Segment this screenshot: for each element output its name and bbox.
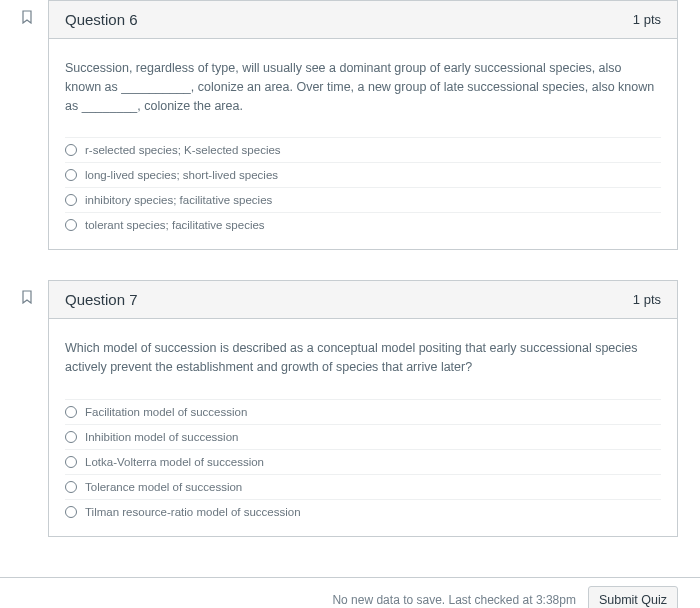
flag-column xyxy=(20,0,48,250)
question-card: Question 6 1 pts Succession, regardless … xyxy=(48,0,678,250)
flag-column xyxy=(20,280,48,537)
answer-option[interactable]: long-lived species; short-lived species xyxy=(65,162,661,187)
radio-icon[interactable] xyxy=(65,431,77,443)
save-status: No new data to save. Last checked at 3:3… xyxy=(332,593,575,607)
question-title: Question 6 xyxy=(65,11,138,28)
question-points: 1 pts xyxy=(633,292,661,307)
question-header: Question 7 1 pts xyxy=(49,281,677,319)
answer-label: tolerant species; facilitative species xyxy=(85,219,265,231)
radio-icon[interactable] xyxy=(65,219,77,231)
question-text: Succession, regardless of type, will usu… xyxy=(65,59,661,115)
question-body: Succession, regardless of type, will usu… xyxy=(49,39,677,249)
question-header: Question 6 1 pts xyxy=(49,1,677,39)
footer-bar: No new data to save. Last checked at 3:3… xyxy=(0,577,700,608)
answer-option[interactable]: inhibitory species; facilitative species xyxy=(65,187,661,212)
answer-option[interactable]: Facilitation model of succession xyxy=(65,399,661,424)
submit-quiz-button[interactable]: Submit Quiz xyxy=(588,586,678,608)
radio-icon[interactable] xyxy=(65,481,77,493)
radio-icon[interactable] xyxy=(65,406,77,418)
question-block: Question 6 1 pts Succession, regardless … xyxy=(0,0,700,250)
answer-label: Tolerance model of succession xyxy=(85,481,242,493)
radio-icon[interactable] xyxy=(65,144,77,156)
question-points: 1 pts xyxy=(633,12,661,27)
answer-option[interactable]: r-selected species; K-selected species xyxy=(65,137,661,162)
answer-option[interactable]: Lotka-Volterra model of succession xyxy=(65,449,661,474)
radio-icon[interactable] xyxy=(65,169,77,181)
bookmark-icon[interactable] xyxy=(20,290,34,304)
answer-option[interactable]: Tolerance model of succession xyxy=(65,474,661,499)
answer-label: Tilman resource-ratio model of successio… xyxy=(85,506,301,518)
question-text: Which model of succession is described a… xyxy=(65,339,661,377)
answer-label: r-selected species; K-selected species xyxy=(85,144,281,156)
question-body: Which model of succession is described a… xyxy=(49,319,677,536)
answer-label: Inhibition model of succession xyxy=(85,431,238,443)
question-title: Question 7 xyxy=(65,291,138,308)
bookmark-icon[interactable] xyxy=(20,10,34,24)
radio-icon[interactable] xyxy=(65,194,77,206)
answers-list: Facilitation model of succession Inhibit… xyxy=(65,399,661,524)
radio-icon[interactable] xyxy=(65,506,77,518)
answer-label: Lotka-Volterra model of succession xyxy=(85,456,264,468)
radio-icon[interactable] xyxy=(65,456,77,468)
question-card: Question 7 1 pts Which model of successi… xyxy=(48,280,678,537)
answer-option[interactable]: Inhibition model of succession xyxy=(65,424,661,449)
answer-option[interactable]: Tilman resource-ratio model of successio… xyxy=(65,499,661,524)
question-block: Question 7 1 pts Which model of successi… xyxy=(0,280,700,537)
answer-label: long-lived species; short-lived species xyxy=(85,169,278,181)
answers-list: r-selected species; K-selected species l… xyxy=(65,137,661,237)
answer-label: Facilitation model of succession xyxy=(85,406,247,418)
answer-label: inhibitory species; facilitative species xyxy=(85,194,272,206)
answer-option[interactable]: tolerant species; facilitative species xyxy=(65,212,661,237)
